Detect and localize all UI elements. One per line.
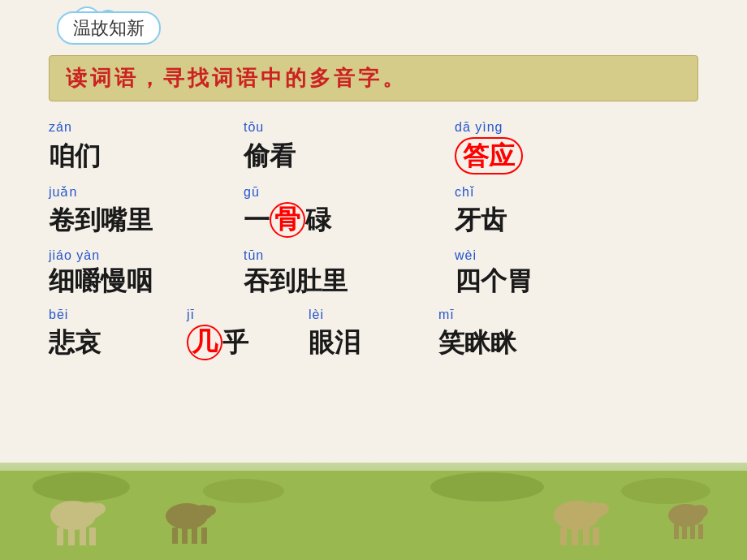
- word-juan: 卷到嘴里: [49, 205, 153, 235]
- pinyin-tun: tūn: [244, 248, 264, 262]
- vocab-section: zán tōu dā yìng 咱们 偷看 答应 juǎn: [49, 118, 698, 360]
- word-gu-circled: 骨: [270, 202, 305, 238]
- pinyin-lei: lèi: [309, 308, 324, 321]
- svg-point-1: [32, 472, 130, 502]
- pinyin-ji: jī: [187, 308, 195, 321]
- svg-rect-30: [690, 524, 695, 539]
- svg-rect-22: [572, 528, 578, 545]
- word-tun-duli: 吞到肚里: [244, 266, 348, 295]
- pinyin-juan: juǎn: [49, 185, 77, 199]
- svg-point-25: [596, 503, 609, 515]
- svg-rect-31: [698, 524, 703, 539]
- pinyin-row-2: juǎn gū chǐ: [49, 183, 698, 202]
- grass-area: [0, 471, 747, 560]
- pinyin-chi: chǐ: [455, 185, 474, 199]
- svg-rect-7: [57, 528, 63, 545]
- word-bei-ai: 悲哀: [49, 328, 101, 357]
- svg-rect-29: [682, 524, 687, 539]
- chinese-row-4: 悲哀 几 乎 眼泪 笑眯眯: [49, 325, 698, 360]
- main-content: 温故知新 读词语，寻找词语中的多音字。 zán tōu dā yìng 咱们 偷…: [0, 0, 747, 360]
- pinyin-tou: tōu: [244, 120, 264, 134]
- svg-point-3: [430, 472, 544, 502]
- word-xiaomimi: 笑眯眯: [438, 328, 516, 357]
- word-zanmen: 咱们: [49, 141, 101, 170]
- svg-rect-28: [674, 524, 679, 539]
- svg-point-18: [205, 506, 216, 515]
- chinese-row-3: 细嚼慢咽 吞到肚里 四个胃: [49, 265, 698, 296]
- svg-point-11: [93, 503, 106, 515]
- word-ji-circled: 几: [187, 325, 222, 360]
- pinyin-jiao-yan: jiáo yàn: [49, 248, 100, 262]
- word-yachi: 牙齿: [455, 205, 507, 235]
- word-toukan: 偷看: [244, 141, 296, 170]
- heading-text: 读词语，寻找词语中的多音字。: [66, 67, 407, 90]
- svg-point-4: [621, 478, 710, 504]
- svg-rect-10: [89, 528, 96, 545]
- word-daying-circled: 答应: [455, 137, 523, 174]
- pinyin-daying: dā yìng: [455, 120, 503, 134]
- word-lu: 碌: [305, 205, 331, 235]
- svg-rect-16: [192, 528, 197, 544]
- svg-rect-23: [583, 528, 589, 545]
- pinyin-bei: bēi: [49, 308, 68, 321]
- svg-point-27: [692, 505, 708, 518]
- cloud-box: 温故知新: [57, 16, 161, 41]
- svg-rect-8: [68, 528, 75, 545]
- word-hu: 乎: [222, 327, 248, 358]
- pinyin-row-1: zán tōu dā yìng: [49, 118, 698, 137]
- pinyin-row-4: bēi jī lèi mī: [49, 305, 698, 325]
- pinyin-wei: wèi: [455, 248, 477, 262]
- pinyin-gu: gū: [244, 185, 260, 199]
- svg-point-2: [203, 479, 284, 503]
- word-yi: 一: [244, 205, 270, 235]
- cloud-label: 温故知新: [57, 11, 161, 45]
- chinese-row-1: 咱们 偷看 答应: [49, 137, 698, 174]
- pinyin-zan: zán: [49, 120, 72, 134]
- svg-rect-17: [201, 528, 207, 544]
- chinese-row-2: 卷到嘴里 一 骨 碌 牙齿: [49, 202, 698, 238]
- svg-rect-15: [182, 528, 188, 544]
- heading-banner: 读词语，寻找词语中的多音字。: [49, 55, 698, 101]
- word-jiao-man-yan: 细嚼慢咽: [49, 266, 153, 295]
- pinyin-row-3: jiáo yàn tūn wèi: [49, 246, 698, 265]
- svg-rect-21: [560, 528, 567, 545]
- pinyin-mi: mī: [438, 308, 455, 321]
- word-yanlei: 眼泪: [309, 328, 361, 357]
- svg-rect-14: [172, 528, 178, 544]
- svg-rect-24: [593, 528, 599, 545]
- word-sige-wei: 四个胃: [455, 266, 533, 295]
- svg-rect-9: [80, 528, 86, 545]
